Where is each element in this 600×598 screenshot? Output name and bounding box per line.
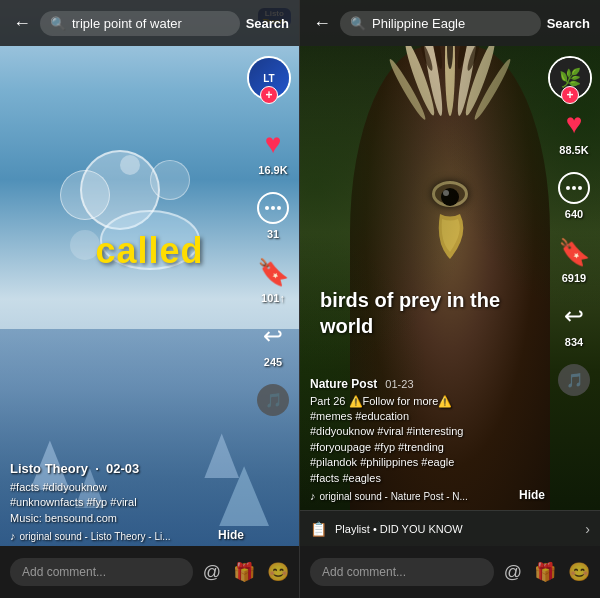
right-comment-bar: Add comment... @ 🎁 😊 (300, 546, 600, 598)
right-bookmark-action[interactable]: 🔖 6919 (556, 234, 592, 284)
left-search-bar: ← 🔍 triple point of water Search (0, 0, 299, 46)
left-subscribe-plus[interactable]: + (260, 86, 278, 104)
left-search-input-wrap[interactable]: 🔍 triple point of water (40, 11, 240, 36)
right-music-vinyl-icon: 🎵 (556, 362, 592, 398)
right-share-count: 834 (565, 336, 583, 348)
left-comment-icon (255, 190, 291, 226)
left-panel: Listo Theory ← 🔍 triple point of water S… (0, 0, 300, 598)
right-bookmark-count: 6919 (562, 272, 586, 284)
left-like-count: 16.9K (258, 164, 287, 176)
right-mention-icon[interactable]: @ (504, 562, 522, 583)
left-video-caption-word: called (95, 230, 203, 272)
right-playlist-icon: 📋 (310, 521, 327, 537)
left-back-button[interactable]: ← (10, 13, 34, 34)
right-like-count: 88.5K (559, 144, 588, 156)
right-gift-icon[interactable]: 🎁 (534, 561, 556, 583)
left-search-icon: 🔍 (50, 16, 66, 31)
right-creator-date: 01-23 (385, 378, 413, 390)
right-music-bar: ♪ original sound - Nature Post - N... (310, 490, 545, 502)
left-search-button[interactable]: Search (246, 16, 289, 31)
right-video-caption: birds of prey in the world (320, 287, 540, 339)
left-bookmark-icon: 🔖 (255, 254, 291, 290)
right-playlist-bar[interactable]: 📋 Playlist • DID YOU KNOW › (300, 510, 600, 546)
left-music-icon: 🎵 (255, 382, 291, 418)
left-caption: #facts #didyouknow #unknownfacts #fyp #v… (10, 480, 244, 526)
right-search-button[interactable]: Search (547, 16, 590, 31)
right-caption: Part 26 ⚠️Follow for more⚠️ #memes #educ… (310, 394, 545, 486)
right-share-icon: ↪ (556, 298, 592, 334)
left-bookmark-action[interactable]: 🔖 101↑ (255, 254, 291, 304)
right-playlist-text: Playlist • DID YOU KNOW (335, 523, 577, 535)
left-bookmark-count: 101↑ (261, 292, 285, 304)
right-emoji-icon[interactable]: 😊 (568, 561, 590, 583)
right-subscribe-plus[interactable]: + (561, 86, 579, 104)
left-comment-bar: Add comment... @ 🎁 😊 (0, 546, 299, 598)
right-share-action[interactable]: ↪ 834 (556, 298, 592, 348)
left-music-text: original sound - Listo Theory - Li... (20, 531, 171, 542)
left-gift-icon[interactable]: 🎁 (233, 561, 255, 583)
right-comment-input[interactable]: Add comment... (310, 558, 494, 586)
left-creator-date: 02-03 (106, 461, 139, 476)
left-mention-icon[interactable]: @ (203, 562, 221, 583)
left-share-action[interactable]: ↪ 245 (255, 318, 291, 368)
right-creator-row: Nature Post 01-23 (310, 377, 545, 391)
right-creator-name: Nature Post (310, 377, 377, 391)
left-music-note-icon: ♪ (10, 530, 16, 542)
right-music-note-icon: ♪ (310, 490, 316, 502)
right-panel: ← 🔍 Philippine Eagle Search 🌿 + birds of… (300, 0, 600, 598)
left-share-icon: ↪ (255, 318, 291, 354)
left-like-action[interactable]: ♥ 16.9K (255, 126, 291, 176)
left-comment-action[interactable]: 31 (255, 190, 291, 240)
right-comment-count: 640 (565, 208, 583, 220)
right-comment-action[interactable]: 640 (556, 170, 592, 220)
left-heart-icon: ♥ (255, 126, 291, 162)
right-search-icon: 🔍 (350, 16, 366, 31)
left-comment-input[interactable]: Add comment... (10, 558, 193, 586)
left-music-bar: ♪ original sound - Listo Theory - Li... (10, 530, 244, 542)
right-music-text: original sound - Nature Post - N... (320, 491, 468, 502)
right-comment-actions: @ 🎁 😊 (504, 561, 590, 583)
right-back-button[interactable]: ← (310, 13, 334, 34)
left-bottom-info: Listo Theory · 02-03 #facts #didyouknow … (10, 461, 244, 542)
right-hide-button[interactable]: Hide (519, 488, 545, 502)
right-bottom-info: Nature Post 01-23 Part 26 ⚠️Follow for m… (310, 377, 545, 502)
left-comment-count: 31 (267, 228, 279, 240)
left-creator-avatar[interactable]: LT + (247, 56, 291, 100)
right-comment-icon (556, 170, 592, 206)
right-like-action[interactable]: ♥ 88.5K (556, 106, 592, 156)
right-music-vinyl-action[interactable]: 🎵 (556, 362, 592, 398)
right-bookmark-icon: 🔖 (556, 234, 592, 270)
left-comment-actions: @ 🎁 😊 (203, 561, 289, 583)
right-search-bar: ← 🔍 Philippine Eagle Search (300, 0, 600, 46)
right-playlist-chevron: › (585, 521, 590, 537)
left-emoji-icon[interactable]: 😊 (267, 561, 289, 583)
left-music-action[interactable]: 🎵 (255, 382, 291, 418)
right-search-input-wrap[interactable]: 🔍 Philippine Eagle (340, 11, 541, 36)
right-heart-icon: ♥ (556, 106, 592, 142)
left-share-count: 245 (264, 356, 282, 368)
left-creator-name: Listo Theory · 02-03 (10, 461, 244, 476)
right-search-text: Philippine Eagle (372, 16, 531, 31)
right-creator-avatar[interactable]: 🌿 + (548, 56, 592, 100)
left-search-text: triple point of water (72, 16, 230, 31)
right-side-actions: ♥ 88.5K 640 🔖 6919 ↪ 834 (556, 106, 592, 398)
left-side-actions: ♥ 16.9K 31 🔖 101↑ ↪ 245 (255, 126, 291, 418)
left-hide-button[interactable]: Hide (218, 528, 244, 542)
